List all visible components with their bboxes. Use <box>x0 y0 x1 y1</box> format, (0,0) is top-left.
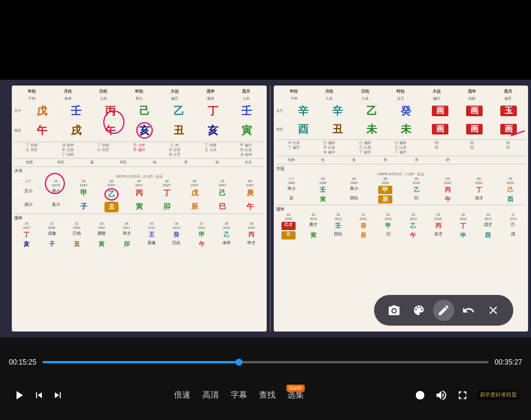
left-tiangan-chars: 戊 壬 丙 己 乙 丁 壬 <box>25 104 264 118</box>
rdz1: 丑 <box>329 122 346 136</box>
rda7: 78 <box>503 177 517 181</box>
rb29: 戌 <box>506 231 520 239</box>
search-button[interactable]: 查找 <box>259 390 276 401</box>
lla1: 31 <box>45 222 59 225</box>
fullscreen-icon <box>456 389 469 402</box>
rdyb2: 卯比 <box>347 195 361 204</box>
right-canggan-3: 癸·偏印 丁·偏官 丁·偏官 <box>276 150 526 155</box>
right-bottom-2: 丑 寅 卯比 辰 巳 午 未才 申 酉 戌 <box>276 231 526 239</box>
lc33 <box>122 153 158 157</box>
next-arrow-button[interactable]: › <box>514 194 528 224</box>
ldyb2: 子 <box>77 202 91 212</box>
ls4: 偏官 <box>166 96 183 101</box>
palette-icon <box>412 304 425 317</box>
progress-handle[interactable] <box>235 359 242 366</box>
pen-button[interactable] <box>433 300 454 321</box>
right-dizhi-chars: 酉 丑 未 未 画 画 画 <box>287 122 526 136</box>
left-dayun-years: 1978 1987 2007 2017 2027 2037 2047 2057 <box>14 183 264 187</box>
rdyb4: 巳 <box>409 195 424 204</box>
ldz0: 午 <box>34 123 50 137</box>
rb25: 午 <box>406 231 420 239</box>
lc14: 己·伤 <box>157 143 193 147</box>
play-button[interactable] <box>12 388 26 402</box>
subtitle-button[interactable]: 字幕 <box>231 390 247 401</box>
undo-icon <box>462 304 475 317</box>
ldyb3: 丑 <box>104 202 119 212</box>
rly8: 2017 <box>481 217 495 221</box>
left-dayun-ages: 1-7 10 20 30 40 50 60 70 80 <box>14 179 264 183</box>
rla1: 29 <box>306 213 320 216</box>
rdyb1: 寅 <box>316 195 330 204</box>
palette-button[interactable] <box>408 300 430 321</box>
right-tiangan-chars: 辛 辛 乙 癸 画 画 玉 <box>287 104 526 118</box>
rda3: 38 <box>378 177 392 181</box>
left-dayun-stems: 王小 癸小 甲 乙 丙 丁 戊 己 庚 <box>14 188 264 201</box>
fullscreen-button[interactable] <box>456 389 469 402</box>
rb21: 寅 <box>306 231 320 239</box>
speed-button[interactable]: 倍速 <box>174 390 191 401</box>
ldp4: 地 <box>146 160 163 165</box>
ltg6: 壬 <box>238 104 255 118</box>
rc23: 乙·比肩 <box>383 146 419 150</box>
ldys5: 丁 <box>160 188 174 201</box>
right-header-4: 大运 <box>428 89 445 94</box>
lc30 <box>14 153 50 157</box>
lb22: 丑 <box>70 240 84 248</box>
record-button[interactable] <box>414 389 427 402</box>
progress-bar[interactable] <box>42 361 489 363</box>
rc24: 画 <box>419 146 455 150</box>
lda0: 1-7 <box>21 179 35 183</box>
volume-button[interactable] <box>435 389 448 402</box>
left-liuyear-years: 2007 2008 2009 2010 2011 2012 2013 2014 … <box>14 226 264 229</box>
lly4: 2011 <box>120 226 134 229</box>
quality-button[interactable]: 高清 <box>202 390 219 401</box>
ldy5: 2027 <box>160 183 174 187</box>
lc10: 丁·劫财 <box>14 143 50 147</box>
right-dayun-title: 大运 <box>276 166 526 172</box>
lda5: 50 <box>160 179 174 183</box>
rc13: 己·偏财 <box>383 141 419 145</box>
top-black-bar <box>0 0 531 80</box>
prev-button[interactable] <box>33 389 45 401</box>
ldy4: 2017 <box>132 183 146 187</box>
rla7: 35 <box>456 213 470 216</box>
left-watermark: Q千 <box>12 171 26 179</box>
next-button[interactable] <box>52 389 64 401</box>
rdyb3: 辰 <box>378 195 392 204</box>
rdz3: 未 <box>398 122 414 136</box>
rly6: 2015 <box>431 217 445 221</box>
rc25: 画 <box>454 146 490 150</box>
lly1: 2008 <box>45 226 59 229</box>
screenshot-button[interactable] <box>384 300 405 321</box>
lb26: 巳比 <box>169 240 183 248</box>
lb28: 未申 <box>219 240 234 248</box>
ldy2: 1987 <box>77 183 91 187</box>
lla6: 36 <box>169 222 183 225</box>
play-icon <box>12 388 26 402</box>
ls6: 七杀 <box>238 96 254 101</box>
undo-button[interactable] <box>458 300 479 321</box>
left-dayun-branches: 戌小 亥小 子 丑 寅 卯 辰 巳 午 <box>14 202 264 212</box>
close-button[interactable] <box>483 300 504 321</box>
left-chart-panel: 年柱 月柱 日柱 时柱 大运 流年 流月 干神 食神 七杀 男主 偏官 建禄 七… <box>12 86 267 332</box>
rla5: 33 <box>406 213 420 216</box>
rb13: 癸 <box>356 222 371 230</box>
rdy4: 2019 <box>409 181 424 185</box>
lda1: 10 <box>49 179 63 183</box>
rb18: 戊才 <box>481 222 495 230</box>
ldys2: 甲 <box>77 188 91 201</box>
left-bottom-2: 亥 子 丑 寅 卯 辰食 巳比 午 未申 申才 <box>14 240 264 248</box>
ls0: 干神 <box>24 96 40 101</box>
rdp1: 地 <box>314 158 331 163</box>
lc22: 己·伤官 <box>86 148 122 152</box>
rdp2: 食 <box>346 158 362 163</box>
lc20: 己·伤官 <box>14 148 50 152</box>
rc14: 画 <box>419 141 455 145</box>
rdp4: 养 <box>408 158 425 163</box>
rla6: 34 <box>431 213 445 216</box>
left-header-5: 流年 <box>202 89 219 94</box>
center-controls: 倍速 高清 字幕 查找 SWIP 选集 <box>64 389 414 401</box>
rdz5: 画 <box>466 124 483 134</box>
ldy6: 2037 <box>188 183 202 187</box>
pen-icon <box>437 304 450 317</box>
